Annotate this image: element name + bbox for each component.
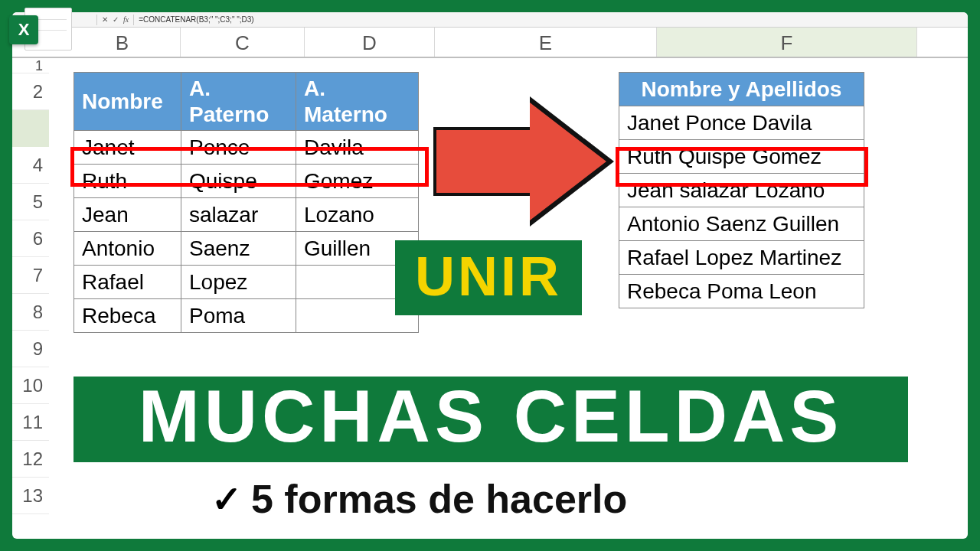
cell[interactable]: Antonio Saenz Guillen [619, 207, 864, 241]
cell[interactable]: Davila [296, 131, 419, 165]
row-header[interactable]: 7 [12, 257, 49, 294]
table-row[interactable]: Rebeca Poma [74, 299, 419, 333]
cell[interactable]: Poma [181, 299, 296, 333]
table-row[interactable]: Antonio Saenz Guillen [619, 207, 864, 241]
col-header-b[interactable]: B [64, 28, 181, 57]
cell[interactable]: Rafael [74, 266, 181, 299]
check-icon: ✓ [211, 478, 242, 520]
cell[interactable]: Lozano [296, 198, 419, 232]
excel-app-icon: X [9, 5, 78, 54]
row-header[interactable]: 11 [12, 404, 49, 441]
col-header-c[interactable]: C [181, 28, 305, 57]
table-row[interactable]: Jean salazar Lozano [619, 174, 864, 207]
table-row[interactable]: Rebeca Poma Leon [619, 275, 864, 308]
active-row-marker [12, 110, 49, 147]
row-header[interactable]: 13 [12, 478, 49, 514]
cancel-icon[interactable]: ✕ [102, 15, 108, 24]
banner-unir-text: UNIR [415, 246, 562, 307]
table-row[interactable]: Ruth Quispe Gomez [619, 140, 864, 174]
cell[interactable]: Ponce [181, 131, 296, 165]
cell[interactable]: Janet Ponce Davila [619, 106, 864, 140]
cell[interactable]: Ruth Quispe Gomez [619, 140, 864, 174]
row-header[interactable]: 5 [12, 184, 49, 220]
cell[interactable]: Rebeca Poma Leon [619, 275, 864, 308]
th-apaterno[interactable]: A. Paterno [181, 73, 296, 131]
row-header[interactable]: 10 [12, 367, 49, 404]
table-header-row: Nombre A. Paterno A. Materno [74, 73, 419, 131]
row-header[interactable]: 1 [12, 58, 49, 73]
table-row[interactable]: Ruth Quispe Gomez [74, 165, 419, 198]
cell[interactable]: Saenz [181, 232, 296, 266]
row-header[interactable]: 6 [12, 220, 49, 257]
col-header-e[interactable]: E [435, 28, 657, 57]
cell[interactable]: Rebeca [74, 299, 181, 333]
table-row[interactable]: Janet Ponce Davila [619, 106, 864, 140]
cell[interactable]: Ruth [74, 165, 181, 198]
fx-icon[interactable]: fx [123, 15, 129, 24]
formula-bar: ✕ ✓ fx =CONCATENAR(B3;" ";C3;" ";D3) [12, 12, 968, 28]
caption-text: 5 formas de hacerlo [251, 476, 627, 522]
col-header-f[interactable]: F [657, 28, 917, 57]
table-row[interactable]: Rafael Lopez Martinez [619, 241, 864, 275]
table-header-row: Nombre y Apellidos [619, 73, 864, 106]
cell[interactable]: Lopez [181, 266, 296, 299]
row-header[interactable]: 4 [12, 147, 49, 184]
cell[interactable]: Antonio [74, 232, 181, 266]
th-fullname[interactable]: Nombre y Apellidos [619, 73, 864, 106]
cell[interactable]: Gomez [296, 165, 419, 198]
banner-muchas-text: MUCHAS CELDAS [139, 375, 844, 457]
cell[interactable]: Rafael Lopez Martinez [619, 241, 864, 275]
banner-unir: UNIR [395, 240, 582, 315]
arrow-icon [433, 96, 617, 227]
cell[interactable]: Quispe [181, 165, 296, 198]
confirm-icon[interactable]: ✓ [113, 15, 119, 24]
source-table[interactable]: Nombre A. Paterno A. Materno Janet Ponce… [74, 72, 419, 333]
excel-badge-letter: X [9, 15, 38, 44]
cell[interactable]: Jean [74, 198, 181, 232]
row-header[interactable]: 2 [12, 73, 49, 110]
banner-muchas-celdas: MUCHAS CELDAS [74, 377, 908, 462]
column-headers: B C D E F [12, 28, 968, 58]
cell[interactable]: Jean salazar Lozano [619, 174, 864, 207]
result-table[interactable]: Nombre y Apellidos Janet Ponce Davila Ru… [619, 72, 864, 308]
table-row[interactable]: Antonio Saenz Guillen [74, 232, 419, 266]
th-amaterno[interactable]: A. Materno [296, 73, 419, 131]
table-row[interactable]: Rafael Lopez [74, 266, 419, 299]
col-header-d[interactable]: D [305, 28, 435, 57]
caption: ✓ 5 formas de hacerlo [211, 476, 627, 522]
th-nombre[interactable]: Nombre [74, 73, 181, 131]
row-header[interactable]: 8 [12, 294, 49, 331]
cell[interactable]: Janet [74, 131, 181, 165]
formula-text[interactable]: =CONCATENAR(B3;" ";C3;" ";D3) [139, 15, 253, 24]
row-header[interactable]: 9 [12, 331, 49, 367]
table-row[interactable]: Janet Ponce Davila [74, 131, 419, 165]
cell[interactable]: salazar [181, 198, 296, 232]
app-frame: ✕ ✓ fx =CONCATENAR(B3;" ";C3;" ";D3) B C… [12, 12, 968, 539]
row-header[interactable]: 12 [12, 441, 49, 478]
table-row[interactable]: Jean salazar Lozano [74, 198, 419, 232]
